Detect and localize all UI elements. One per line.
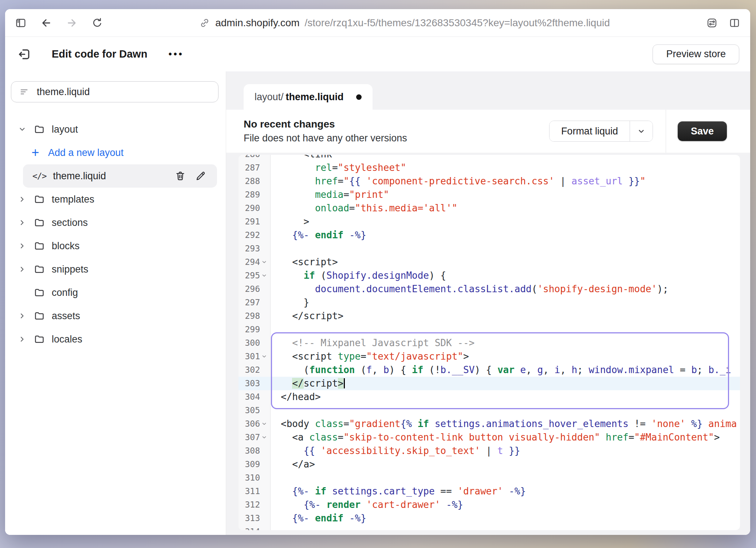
code-line-308[interactable]: 308 {{ 'accessibility.skip_to_text' | t … [239,444,740,458]
tree-item-label: snippets [52,264,88,275]
code-line-290[interactable]: 290 onload="this.media='all'" [239,201,740,215]
url-path: /store/rzq1xu-f5/themes/132683530345?key… [305,17,610,29]
gutter-cell: 290 [239,201,271,215]
code-editor[interactable]: 286 <link287 rel="stylesheet"288 href="{… [239,155,740,530]
code-line-content: href="{{ 'component-predictive-search.cs… [271,175,740,188]
save-button[interactable]: Save [678,121,727,141]
code-line-content: </script> [271,309,740,323]
code-line-286[interactable]: 286 <link [239,155,740,161]
sidebar-toggle-icon[interactable] [15,17,27,29]
code-line-297[interactable]: 297 } [239,296,740,309]
chevron-right-icon[interactable] [17,218,27,227]
line-number: 306 [245,417,260,431]
tree-item-locales[interactable]: locales [5,328,226,351]
code-line-305[interactable]: 305 [239,404,740,417]
code-line-299[interactable]: 299 [239,323,740,336]
unsaved-changes-dot [356,94,362,100]
fold-chevron-icon[interactable] [261,259,267,266]
code-line-309[interactable]: 309 </a> [239,458,740,471]
url-host: admin.shopify.com [215,17,299,29]
gutter-cell: 314 [239,525,271,530]
tree-item-templates[interactable]: templates [5,188,226,211]
rename-file-icon[interactable] [194,169,208,183]
tree-item-sections[interactable]: sections [5,211,226,234]
gutter-cell: 293 [239,242,271,255]
exit-icon[interactable] [16,46,33,63]
code-line-296[interactable]: 296 document.documentElement.classList.a… [239,282,740,296]
code-line-295[interactable]: 295 if (Shopify.designMode) { [239,269,740,282]
code-line-303[interactable]: 303 </script> [239,377,740,390]
code-line-302[interactable]: 302 (function (f, b) { if (!b.__SV) { va… [239,363,740,377]
code-line-300[interactable]: 300 <!-- Mixpanel Javascript SDK --> [239,336,740,350]
chevron-right-icon[interactable] [17,195,27,204]
code-line-content: onload="this.media='all'" [271,201,740,215]
line-number: 304 [245,390,260,404]
code-line-288[interactable]: 288 href="{{ 'component-predictive-searc… [239,175,740,188]
format-liquid-button[interactable]: Format liquid [550,121,630,141]
line-number: 311 [245,485,260,498]
code-line-313[interactable]: 313 {%- endif -%} [239,512,740,525]
gutter-cell: 306 [239,417,271,431]
gutter-cell: 288 [239,175,271,188]
split-view-icon[interactable] [728,17,741,29]
code-line-314[interactable]: 314 [239,525,740,530]
tree-item-add-a-new-layout[interactable]: +Add a new layout [5,141,226,164]
code-line-291[interactable]: 291 > [239,215,740,228]
tree-item-label: blocks [52,240,80,252]
code-line-287[interactable]: 287 rel="stylesheet" [239,161,740,175]
line-number: 302 [245,363,260,377]
code-line-content: if (Shopify.designMode) { [271,269,740,282]
code-line-311[interactable]: 311 {%- if settings.cart_type == 'drawer… [239,485,740,498]
save-panel: Save [666,110,750,153]
chevron-right-icon[interactable] [17,335,27,344]
fold-chevron-icon[interactable] [261,421,267,427]
code-line-307[interactable]: 307 <a class="skip-to-content-link butto… [239,431,740,444]
folder-icon [34,310,45,321]
tree-item-config[interactable]: config [5,281,226,304]
code-line-293[interactable]: 293 [239,242,740,255]
chevron-right-icon[interactable] [17,312,27,320]
back-icon[interactable] [40,17,52,29]
code-line-content [271,242,740,255]
delete-file-icon[interactable] [173,169,187,183]
preview-store-button[interactable]: Preview store [653,44,739,64]
chevron-right-icon[interactable] [17,265,27,274]
more-menu-icon[interactable]: ••• [169,48,184,60]
tab-layout-theme-liquid[interactable]: layout/theme.liquid [244,84,373,110]
code-line-304[interactable]: 304</head> [239,390,740,404]
chevron-down-icon[interactable] [17,125,27,134]
gutter-cell: 291 [239,215,271,228]
code-line-content: <!-- Mixpanel Javascript SDK --> [271,336,740,350]
tree-item-assets[interactable]: assets [5,304,226,328]
tab-file-name: theme.liquid [286,91,344,103]
file-search-input[interactable]: theme.liquid [11,81,218,102]
file-tree: layout+Add a new layout</>theme.liquidte… [5,118,226,351]
fold-chevron-icon[interactable] [261,434,267,441]
code-line-294[interactable]: 294 <script> [239,255,740,269]
extensions-icon[interactable] [706,17,718,29]
address-bar[interactable]: admin.shopify.com/store/rzq1xu-f5/themes… [103,17,706,29]
tree-item-layout[interactable]: layout [5,118,226,141]
line-number: 303 [245,377,260,390]
fold-chevron-icon[interactable] [261,273,267,279]
line-number: 288 [245,175,260,188]
code-line-292[interactable]: 292 {%- endif -%} [239,228,740,242]
code-line-289[interactable]: 289 media="print" [239,188,740,201]
code-line-312[interactable]: 312 {%- render 'cart-drawer' -%} [239,498,740,512]
gutter-cell: 308 [239,444,271,458]
format-liquid-caret-button[interactable] [630,121,653,141]
line-number: 307 [245,431,260,444]
gutter-cell: 305 [239,404,271,417]
tree-item-snippets[interactable]: snippets [5,258,226,281]
reload-icon[interactable] [91,17,103,29]
tree-item-label: config [52,287,78,298]
forward-icon[interactable] [66,17,78,29]
chevron-right-icon[interactable] [17,242,27,250]
code-line-310[interactable]: 310 [239,471,740,485]
tree-item-blocks[interactable]: blocks [5,234,226,258]
code-line-298[interactable]: 298 </script> [239,309,740,323]
code-line-301[interactable]: 301 <script type="text/javascript"> [239,350,740,363]
tree-item-theme-liquid[interactable]: </>theme.liquid [23,164,217,188]
fold-chevron-icon[interactable] [261,353,267,360]
code-line-306[interactable]: 306<body class="gradient{% if settings.a… [239,417,740,431]
